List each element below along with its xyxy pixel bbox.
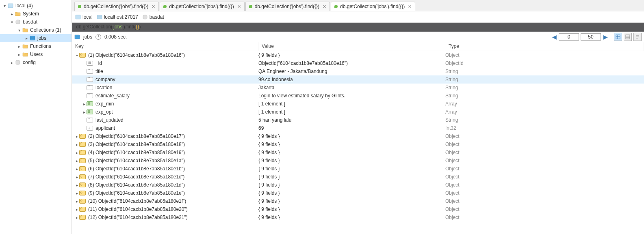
- result-row[interactable]: ▸exp_opt[ 1 element ]Array: [72, 108, 644, 116]
- close-icon[interactable]: ✕: [408, 4, 412, 9]
- tab-label: db.getCollection('jobs').find({}): [169, 4, 234, 9]
- status-time: 0.008 sec.: [104, 34, 127, 40]
- tree-node-system[interactable]: ▸System: [0, 10, 72, 18]
- expand-arrow[interactable]: ▸: [74, 183, 79, 187]
- result-row[interactable]: ▸(5) ObjectId("6104cacb1b8e7ab85a180e1a"…: [72, 157, 644, 165]
- results-header: Key Value Type: [72, 42, 644, 51]
- query-tab[interactable]: db.getCollection('jobs').find({})✕: [160, 2, 244, 11]
- tree-node-basdat[interactable]: ▾basdat: [0, 18, 72, 26]
- tab-label: db.getCollection('jobs').find({}): [84, 4, 148, 9]
- field-key: (4) ObjectId("6104cacb1b8e7ab85a180e19"): [88, 150, 185, 155]
- expand-arrow[interactable]: ▸: [74, 191, 79, 195]
- close-icon[interactable]: ✕: [237, 4, 241, 9]
- page-next-button[interactable]: ▶: [603, 34, 608, 40]
- mongodb-leaf-icon: [334, 5, 338, 8]
- query-bar[interactable]: db.getCollection('jobs').find({}): [72, 23, 644, 32]
- tree-root[interactable]: ▾ local (4): [0, 2, 72, 10]
- expand-arrow[interactable]: ▸: [74, 215, 79, 220]
- result-row[interactable]: company99.co IndonesiaString: [72, 75, 644, 84]
- host-icon: [75, 14, 81, 20]
- expand-arrow[interactable]: ▸: [82, 110, 87, 114]
- type-icon: [79, 207, 86, 212]
- tree-node-users[interactable]: ▸Users: [0, 50, 72, 58]
- result-row[interactable]: ▸(9) ObjectId("6104cacb1b8e7ab85a180e1e"…: [72, 189, 644, 197]
- field-value: 99.co Indonesia: [258, 77, 445, 82]
- result-row[interactable]: ▾(1) ObjectId("6104cacb1b8e7ab85a180e16"…: [72, 51, 644, 59]
- result-row[interactable]: ▸(6) ObjectId("6104cacb1b8e7ab85a180e1b"…: [72, 165, 644, 173]
- query-text: ): [139, 24, 141, 30]
- results-grid[interactable]: ▾(1) ObjectId("6104cacb1b8e7ab85a180e16"…: [72, 51, 644, 234]
- chevron-icon: ▸: [9, 12, 15, 16]
- result-row[interactable]: last_updated5 hari yang laluString: [72, 116, 644, 124]
- field-type: Object: [445, 198, 644, 204]
- expand-arrow[interactable]: ▸: [74, 159, 79, 163]
- field-key: last_updated: [95, 117, 124, 123]
- field-value: Login to view estimated salary by Glints…: [258, 93, 445, 99]
- result-row[interactable]: locationJakartaString: [72, 84, 644, 92]
- breadcrumb-server: localhost:27017: [97, 14, 138, 20]
- column-key[interactable]: Key: [72, 42, 258, 51]
- result-row[interactable]: ▸(3) ObjectId("6104cacb1b8e7ab85a180e18"…: [72, 140, 644, 148]
- close-icon[interactable]: ✕: [152, 4, 155, 9]
- text-view-button[interactable]: [633, 33, 642, 41]
- page-offset-input[interactable]: [559, 33, 579, 41]
- expand-arrow[interactable]: ▸: [74, 199, 79, 204]
- result-row[interactable]: ▸(11) ObjectId("6104cacb1b8e7ab85a180e20…: [72, 205, 644, 213]
- field-key: (2) ObjectId("6104cacb1b8e7ab85a180e17"): [88, 133, 185, 139]
- expand-arrow[interactable]: ▸: [74, 142, 79, 147]
- table-view-button[interactable]: [624, 33, 632, 41]
- tree-view-button[interactable]: [614, 33, 622, 41]
- tree-label: Users: [30, 52, 43, 57]
- field-type: String: [445, 85, 644, 90]
- result-row[interactable]: titleQA Engineer - Jakarta/BandungString: [72, 67, 644, 75]
- result-row[interactable]: applicant69Int32: [72, 124, 644, 132]
- result-row[interactable]: ▸(7) ObjectId("6104cacb1b8e7ab85a180e1c"…: [72, 173, 644, 181]
- tree-node-jobs[interactable]: ▸jobs: [0, 34, 72, 42]
- expand-arrow[interactable]: ▸: [74, 150, 79, 155]
- chevron-down-icon: ▾: [2, 4, 7, 8]
- tree-node-collections-1-[interactable]: ▾Collections (1): [0, 26, 72, 34]
- field-value: { 9 fields }: [258, 158, 445, 163]
- field-value: { 9 fields }: [258, 190, 445, 196]
- expand-arrow[interactable]: ▾: [74, 53, 79, 58]
- result-row[interactable]: ▸(8) ObjectId("6104cacb1b8e7ab85a180e1d"…: [72, 181, 644, 189]
- result-row[interactable]: estimate_salaryLogin to view estimated s…: [72, 92, 644, 100]
- expand-arrow[interactable]: ▸: [74, 134, 79, 139]
- field-key: title: [95, 69, 103, 74]
- expand-arrow[interactable]: ▸: [82, 102, 87, 106]
- folder-icon: [22, 43, 28, 49]
- folder-icon: [15, 11, 21, 17]
- query-text: ).find(: [124, 24, 136, 30]
- result-row[interactable]: ▸(10) ObjectId("6104cacb1b8e7ab85a180e1f…: [72, 197, 644, 205]
- query-tab[interactable]: db.getCollection('jobs').find({})✕: [74, 2, 159, 11]
- expand-arrow[interactable]: ▸: [74, 175, 79, 179]
- field-type: String: [445, 117, 644, 123]
- field-type: Array: [445, 109, 644, 115]
- connection-tree[interactable]: ▾ local (4) ▸System▾basdat▾Collections (…: [0, 0, 72, 234]
- tree-node-config[interactable]: ▸config: [0, 58, 72, 67]
- field-type: Object: [445, 158, 644, 163]
- result-row[interactable]: _idObjectId("6104cacb1b8e7ab85a180e16")O…: [72, 59, 644, 67]
- chevron-icon: ▸: [16, 52, 22, 57]
- page-prev-button[interactable]: ◀: [551, 34, 557, 40]
- tree-label: Collections (1): [30, 27, 61, 33]
- chevron-icon: ▾: [9, 20, 15, 24]
- result-row[interactable]: ▸(2) ObjectId("6104cacb1b8e7ab85a180e17"…: [72, 132, 644, 140]
- expand-arrow[interactable]: ▸: [74, 207, 79, 212]
- result-row[interactable]: ▸exp_min[ 1 element ]Array: [72, 100, 644, 108]
- page-limit-input[interactable]: [581, 33, 601, 41]
- query-tab[interactable]: db.getCollection('jobs').find({})✕: [331, 2, 415, 11]
- field-type: String: [445, 77, 644, 82]
- close-icon[interactable]: ✕: [323, 4, 326, 9]
- column-type[interactable]: Type: [445, 42, 644, 51]
- field-value: Jakarta: [258, 85, 445, 90]
- result-row[interactable]: ▸(12) ObjectId("6104cacb1b8e7ab85a180e21…: [72, 213, 644, 221]
- result-row[interactable]: ▸(4) ObjectId("6104cacb1b8e7ab85a180e19"…: [72, 148, 644, 157]
- db-icon: [15, 59, 21, 66]
- query-tab[interactable]: db.getCollection('jobs').find({})✕: [245, 2, 330, 11]
- type-icon: [87, 126, 93, 131]
- expand-arrow[interactable]: ▸: [74, 167, 79, 171]
- tree-node-functions[interactable]: ▸Functions: [0, 42, 72, 50]
- query-text: db.getCollection(: [76, 24, 113, 30]
- column-value[interactable]: Value: [258, 42, 445, 51]
